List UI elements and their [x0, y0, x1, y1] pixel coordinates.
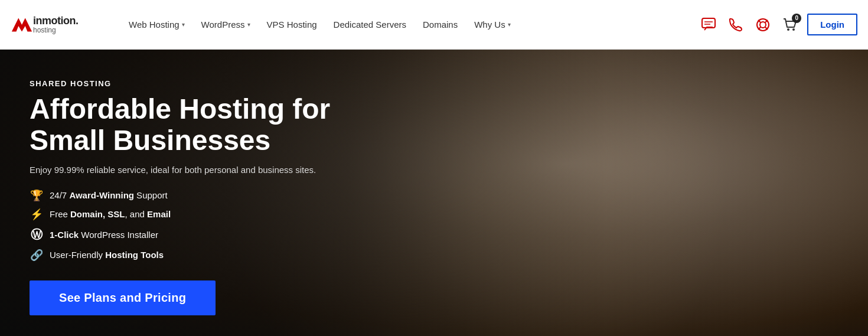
see-plans-button[interactable]: See Plans and Pricing [30, 280, 216, 315]
logo-hosting-text: hosting [33, 27, 78, 34]
hero-features-list: 🏆 24/7 Award-Winning Support ⚡ Free Doma… [30, 189, 384, 262]
nav-label-dedicated-servers: Dedicated Servers [334, 19, 406, 30]
feature-text-3: 1-Click WordPress Installer [50, 230, 158, 240]
nav-label-wordpress: WordPress [201, 19, 245, 30]
svg-point-10 [787, 28, 789, 31]
lifesaver-icon-button[interactable] [753, 15, 773, 35]
svg-line-9 [765, 27, 768, 30]
navbar: inmotion. hosting Web Hosting ▾ WordPres… [0, 0, 868, 50]
hero-section: SHARED HOSTING Affordable Hosting for Sm… [0, 50, 868, 336]
svg-point-5 [760, 22, 766, 28]
trophy-icon: 🏆 [30, 189, 44, 202]
chat-icon [701, 17, 716, 32]
hero-subtitle: Enjoy 99.99% reliable service, ideal for… [30, 165, 384, 175]
svg-line-7 [765, 20, 768, 22]
logo-inmotion-text: inmotion. [33, 15, 78, 26]
list-item: 🏆 24/7 Award-Winning Support [30, 189, 384, 202]
nav-label-web-hosting: Web Hosting [129, 19, 180, 30]
lightning-icon: ⚡ [30, 208, 44, 221]
svg-line-6 [758, 20, 761, 22]
nav-item-vps-hosting[interactable]: VPS Hosting [260, 15, 324, 34]
chevron-down-icon: ▾ [182, 21, 185, 28]
lifesaver-icon [755, 17, 771, 32]
hero-content: SHARED HOSTING Affordable Hosting for Sm… [0, 50, 413, 336]
logo[interactable]: inmotion. hosting [11, 14, 105, 36]
list-item: Ⓦ 1-Click WordPress Installer [30, 227, 384, 243]
nav-actions: 0 Login [699, 14, 857, 35]
nav-label-domains: Domains [423, 19, 458, 30]
wordpress-icon: Ⓦ [30, 227, 44, 243]
svg-rect-1 [702, 18, 715, 28]
svg-line-8 [758, 27, 761, 30]
phone-icon-button[interactable] [726, 15, 746, 35]
chevron-down-icon: ▾ [247, 21, 250, 28]
logo-icon [11, 14, 33, 36]
svg-marker-0 [12, 18, 32, 31]
cart-badge: 0 [792, 14, 801, 23]
feature-text-4: User-Friendly Hosting Tools [50, 250, 164, 260]
nav-links: Web Hosting ▾ WordPress ▾ VPS Hosting De… [122, 15, 699, 34]
feature-text-1: 24/7 Award-Winning Support [50, 190, 168, 200]
nav-label-vps-hosting: VPS Hosting [267, 19, 317, 30]
list-item: 🔗 User-Friendly Hosting Tools [30, 249, 384, 262]
tools-icon: 🔗 [30, 249, 44, 262]
nav-item-web-hosting[interactable]: Web Hosting ▾ [122, 15, 192, 34]
cart-icon-button[interactable]: 0 [780, 15, 800, 35]
login-button[interactable]: Login [807, 14, 857, 35]
chevron-down-icon: ▾ [508, 21, 511, 28]
nav-label-why-us: Why Us [474, 19, 505, 30]
nav-item-wordpress[interactable]: WordPress ▾ [194, 15, 257, 34]
feature-text-2: Free Domain, SSL, and Email [50, 209, 171, 219]
list-item: ⚡ Free Domain, SSL, and Email [30, 208, 384, 221]
hero-label: SHARED HOSTING [30, 79, 384, 88]
nav-item-dedicated-servers[interactable]: Dedicated Servers [327, 15, 413, 34]
hero-title: Affordable Hosting for Small Businesses [30, 94, 384, 156]
phone-icon [728, 17, 743, 32]
chat-icon-button[interactable] [699, 15, 719, 35]
nav-item-domains[interactable]: Domains [416, 15, 465, 34]
svg-point-11 [792, 28, 795, 31]
nav-item-why-us[interactable]: Why Us ▾ [467, 15, 518, 34]
